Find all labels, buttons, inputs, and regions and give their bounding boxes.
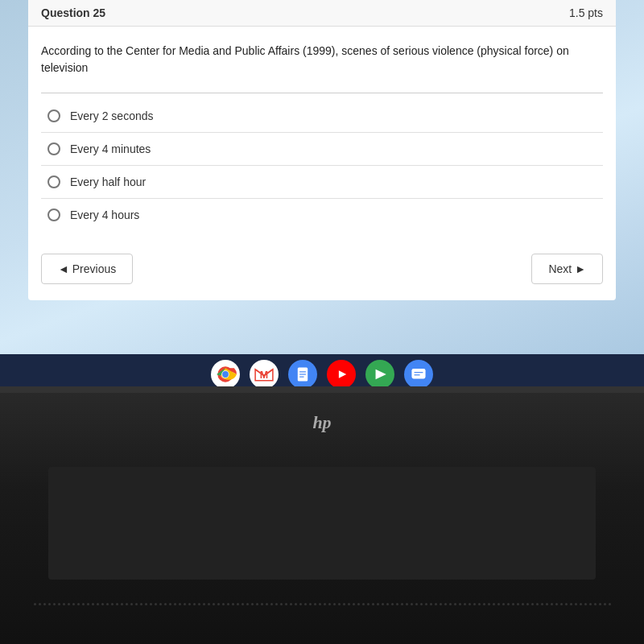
speaker-dot bbox=[473, 603, 476, 605]
taskbar-youtube-icon[interactable] bbox=[327, 360, 356, 389]
previous-button[interactable]: ◄ Previous bbox=[41, 254, 133, 284]
speaker-dot bbox=[541, 603, 543, 605]
speaker-dot bbox=[449, 603, 452, 605]
speaker-dot bbox=[169, 603, 171, 605]
brand-text: hp bbox=[312, 412, 331, 433]
speaker-dot bbox=[63, 603, 65, 605]
radio-opt3[interactable] bbox=[47, 175, 60, 188]
quiz-container: Question 25 1.5 pts According to the Cen… bbox=[28, 0, 616, 300]
speaker-dot bbox=[478, 603, 481, 605]
next-button[interactable]: Next ► bbox=[531, 254, 603, 284]
radio-opt1[interactable] bbox=[47, 109, 60, 122]
speaker-dot bbox=[555, 603, 558, 605]
laptop-body: hp // Generate speaker dots const speake… bbox=[0, 386, 644, 644]
speaker-dot bbox=[444, 603, 447, 605]
speaker-dot bbox=[227, 603, 229, 605]
speaker-dot bbox=[512, 603, 514, 605]
taskbar-gmail-icon[interactable]: M bbox=[250, 360, 279, 389]
quiz-footer: ◄ Previous Next ► bbox=[28, 244, 616, 300]
speaker-dot bbox=[464, 603, 466, 605]
option-4[interactable]: Every 4 hours bbox=[41, 199, 603, 231]
speaker-dot bbox=[285, 603, 287, 605]
speaker-dot bbox=[386, 603, 389, 605]
svg-rect-16 bbox=[411, 369, 425, 378]
speaker-dot bbox=[164, 603, 167, 605]
speaker-dot bbox=[469, 603, 471, 605]
speaker-dot bbox=[275, 603, 278, 605]
option-3[interactable]: Every half hour bbox=[41, 166, 603, 199]
speaker-dot bbox=[280, 603, 283, 605]
speaker-dot bbox=[493, 603, 495, 605]
speaker-dot bbox=[497, 603, 500, 605]
speaker-dot bbox=[237, 603, 239, 605]
speaker-dot bbox=[536, 603, 539, 605]
speaker-dot bbox=[256, 603, 258, 605]
quiz-body: According to the Center for Media and Pu… bbox=[28, 27, 616, 244]
speaker-dot bbox=[48, 603, 51, 605]
speaker-dot bbox=[155, 603, 157, 605]
speaker-dot bbox=[575, 603, 577, 605]
speaker-dot bbox=[488, 603, 490, 605]
speaker-dot bbox=[551, 603, 553, 605]
hp-logo: hp bbox=[298, 411, 346, 435]
speaker-dot bbox=[502, 603, 505, 605]
speaker-dot bbox=[401, 603, 403, 605]
speaker-dot bbox=[130, 603, 133, 605]
speaker-dot bbox=[570, 603, 572, 605]
taskbar-messages-icon[interactable] bbox=[404, 360, 433, 389]
speaker-dot bbox=[420, 603, 423, 605]
speaker-dot bbox=[150, 603, 152, 605]
speaker-dot bbox=[106, 603, 109, 605]
speaker-dot bbox=[526, 603, 529, 605]
speaker-dot bbox=[188, 603, 191, 605]
speaker-dot bbox=[415, 603, 418, 605]
speaker-dot bbox=[406, 603, 408, 605]
speaker-dot bbox=[353, 603, 355, 605]
svg-text:M: M bbox=[260, 369, 268, 381]
speaker-dot bbox=[111, 603, 114, 605]
radio-opt4[interactable] bbox=[47, 208, 60, 221]
question-number: Question 25 bbox=[41, 6, 105, 19]
speaker-dot bbox=[546, 603, 548, 605]
speaker-dot bbox=[382, 603, 384, 605]
speaker-dot bbox=[377, 603, 379, 605]
taskbar-playstore-icon[interactable] bbox=[365, 360, 394, 389]
speaker-dot bbox=[454, 603, 456, 605]
speaker-dot bbox=[58, 603, 60, 605]
taskbar-chrome-icon[interactable] bbox=[211, 360, 240, 389]
speaker-dot bbox=[270, 603, 273, 605]
speaker-dot bbox=[246, 603, 249, 605]
speaker-dot bbox=[599, 603, 601, 605]
speaker-dot bbox=[193, 603, 196, 605]
speaker-dot bbox=[121, 603, 123, 605]
speaker-dot bbox=[584, 603, 587, 605]
speaker-dot bbox=[92, 603, 94, 605]
laptop-hinge bbox=[0, 386, 644, 393]
radio-opt2[interactable] bbox=[47, 142, 60, 155]
speaker-dot bbox=[251, 603, 254, 605]
option-1[interactable]: Every 2 seconds bbox=[41, 100, 603, 133]
speaker-dot bbox=[531, 603, 534, 605]
speaker-dot bbox=[87, 603, 89, 605]
speaker-dot bbox=[357, 603, 360, 605]
speaker-dot bbox=[126, 603, 128, 605]
speaker-dot bbox=[43, 603, 46, 605]
speaker-dot bbox=[82, 603, 85, 605]
svg-point-3 bbox=[222, 371, 229, 378]
speaker-dot bbox=[174, 603, 176, 605]
option-2[interactable]: Every 4 minutes bbox=[41, 133, 603, 166]
speaker-dot bbox=[440, 603, 442, 605]
speaker-dot bbox=[391, 603, 394, 605]
speaker-dot bbox=[72, 603, 75, 605]
taskbar-docs-icon[interactable] bbox=[288, 360, 317, 389]
speaker-dot bbox=[343, 603, 345, 605]
speaker-dot bbox=[159, 603, 162, 605]
speaker-dot bbox=[145, 603, 147, 605]
speaker-dot bbox=[222, 603, 225, 605]
speaker-dot bbox=[411, 603, 413, 605]
speaker-dot bbox=[77, 603, 80, 605]
speaker-dot bbox=[560, 603, 563, 605]
speaker-dot bbox=[101, 603, 104, 605]
speaker-dot bbox=[290, 603, 292, 605]
speaker-dot bbox=[266, 603, 268, 605]
